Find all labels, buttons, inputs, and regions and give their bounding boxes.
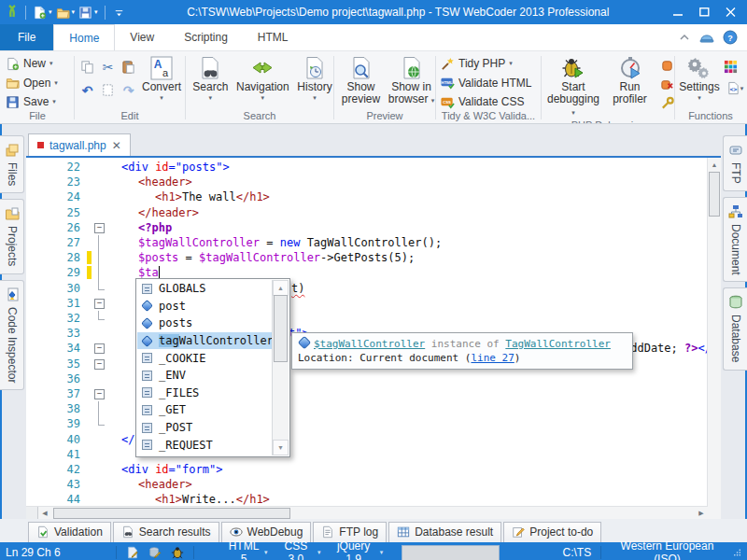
panel-tab-search-results[interactable]: Search results [113,522,219,542]
ribbon-tab-view[interactable]: View [115,24,169,50]
scroll-left-arrow-icon[interactable]: ◀ [38,507,51,519]
style-theme-button[interactable] [699,30,714,45]
qat-customize-button[interactable] [111,6,127,20]
save-button[interactable]: Save▾ [4,93,71,110]
autocomplete-scrollbar-thumb[interactable] [274,295,288,362]
navigation-button[interactable]: Navigation ▾ [234,55,291,103]
autocomplete-item-_GET[interactable]: _GET [137,401,273,419]
convert-button[interactable]: Aa Convert ▾ [141,55,182,103]
history-button[interactable]: History ▾ [295,55,333,103]
ribbon-tab-home[interactable]: Home [53,24,115,50]
qat-new-button[interactable]: ▾ [32,6,53,20]
qat-open-button[interactable]: ▾ [55,6,77,20]
code-editor[interactable]: 22<div id="posts">23<header>24<h1>The wa… [26,156,721,519]
code-line-29[interactable]: 29$ta [26,265,708,281]
css-version-selector[interactable]: CSS 3.0▾ [277,539,321,560]
validate-html-button[interactable]: HTML Validate HTML [439,75,538,91]
maximize-button[interactable] [691,3,717,21]
autocomplete-item-tagWallController[interactable]: tagWallController [137,332,273,350]
collapse-ribbon-button[interactable] [678,31,691,44]
redo-button[interactable]: ↷ [119,81,138,99]
scroll-up-arrow-icon[interactable]: ▲ [708,158,721,171]
code-line-36[interactable]: 36 [26,371,708,387]
code-snippet-button[interactable]: <>▾ [721,79,747,97]
code-line-27[interactable]: 27$tagWallController = new TagWallContro… [26,235,708,251]
sidebar-tab-document[interactable]: Document [723,197,747,283]
scroll-down-arrow-icon[interactable]: ▼ [273,440,289,455]
code-line-26[interactable]: 26−<?php [26,220,708,236]
splitter-box[interactable] [26,507,38,519]
code-line-24[interactable]: 24<h1>The wall</h1> [26,189,708,205]
ribbon-tab-scripting[interactable]: Scripting [169,24,243,50]
code-line-38[interactable]: 38 [26,401,708,417]
new-button[interactable]: New▾ [4,55,71,72]
tooltip-class-link[interactable]: TagWallController [505,338,611,350]
fold-collapse-icon[interactable]: − [94,343,105,354]
run-profiler-button[interactable]: Run profiler [609,55,652,106]
debug-status-button[interactable] [171,546,184,559]
code-line-23[interactable]: 23<header> [26,175,708,190]
code-line-41[interactable]: 41 [26,447,708,463]
show-preview-button[interactable]: Show preview [338,55,385,106]
code-line-25[interactable]: 25</header> [26,205,708,221]
autocomplete-item-post[interactable]: post [137,298,273,315]
autocomplete-item-posts[interactable]: posts [137,315,273,332]
cut-button[interactable]: ✂ [98,58,118,76]
autocomplete-item-_COOKIE[interactable]: _COOKIE [137,349,273,367]
database-changes-button[interactable] [148,546,162,559]
modified-files-button[interactable] [126,546,139,559]
search-button[interactable]: Search ▾ [190,55,230,103]
panel-tab-validation[interactable]: Validation [28,522,111,542]
scroll-up-arrow-icon[interactable]: ▲ [273,280,289,296]
tooltip-line-link[interactable]: line 27 [471,352,514,364]
horizontal-scrollbar[interactable]: ◀ ▶ [26,506,708,519]
code-line-32[interactable]: 32 [26,311,708,327]
code-line-28[interactable]: 28$posts = $tagWallController->GetPosts(… [26,250,708,266]
close-tab-button[interactable]: ✕ [112,141,121,150]
code-line-37[interactable]: 37− [26,386,708,402]
color-palette-button[interactable] [721,58,740,76]
sidebar-tab-files[interactable]: Files [0,135,24,193]
code-line-31[interactable]: 31− [26,296,708,312]
ribbon-tab-html[interactable]: HTML [243,24,303,50]
ribbon-tab-file[interactable]: File [0,24,53,50]
resize-grip-icon[interactable] [733,548,741,557]
code-line-22[interactable]: 22<div id="posts"> [26,160,708,175]
paste-button[interactable] [119,58,138,76]
sidebar-tab-ftp[interactable]: FTP [723,135,747,191]
scroll-right-arrow-icon[interactable]: ▶ [695,507,708,519]
sidebar-tab-database[interactable]: Database [723,287,747,370]
minimize-button[interactable] [665,3,691,21]
qat-save-button[interactable]: ▾ [78,6,99,20]
validate-css-button[interactable]: CSS Validate CSS [439,93,538,110]
undo-button[interactable]: ↶ [78,81,97,99]
open-button[interactable]: Open▾ [4,75,71,91]
select-special-button[interactable] [98,81,118,99]
sidebar-tab-code-inspector[interactable]: Code Inspector [0,280,24,390]
code-line-39[interactable]: 39 [26,416,708,432]
autocomplete-item-_POST[interactable]: _POST [137,419,273,437]
fold-collapse-icon[interactable]: − [94,299,105,309]
close-button[interactable] [717,3,743,21]
autocomplete-item-_REQUEST[interactable]: _REQUEST [137,436,273,454]
autocomplete-item-_ENV[interactable]: _ENV [137,367,273,385]
fold-collapse-icon[interactable]: − [94,389,105,399]
settings-button[interactable]: Settings ▾ [678,55,721,103]
sidebar-tab-projects[interactable]: Projects [0,199,24,273]
tooltip-variable-link[interactable]: $tagWallController [314,338,425,350]
fold-collapse-icon[interactable]: − [94,359,105,370]
fold-collapse-icon[interactable]: − [94,223,105,233]
vertical-scrollbar-thumb[interactable] [709,172,720,217]
copy-button[interactable] [78,58,97,76]
autocomplete-item-_FILES[interactable]: _FILES [137,385,273,402]
panel-tab-project-todo[interactable]: Project to-do [503,522,601,542]
jquery-version-selector[interactable]: jQuery 1.9▾ [331,539,384,560]
code-line-42[interactable]: 42<div id="form"> [26,462,708,478]
doctype-selector[interactable]: HTML 5▾ [226,539,268,560]
autocomplete-item-GLOBALS[interactable]: GLOBALS [137,280,273,298]
autocomplete-scrollbar[interactable]: ▲ ▼ [272,280,289,455]
vertical-scrollbar[interactable]: ▲ [707,158,721,507]
code-line-40[interactable]: 40</div> [26,432,708,448]
tidy-php-button[interactable]: Tidy PHP▾ [439,55,538,72]
code-line-43[interactable]: 43<header> [26,477,708,493]
